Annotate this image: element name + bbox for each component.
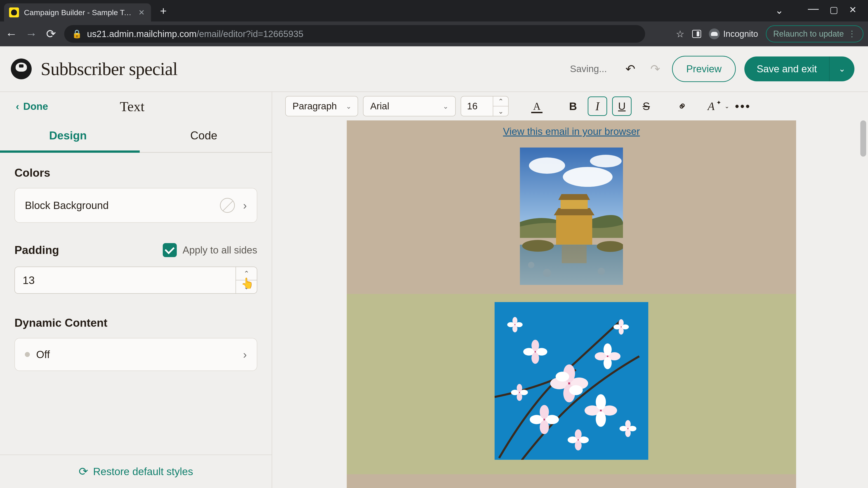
window-controls: ⌄ — ▢ ✕	[775, 4, 868, 17]
tab-code[interactable]: Code	[136, 119, 272, 152]
editor-pane: Paragraph ⌄ Arial ⌄ ⌃ ⌄ A	[272, 92, 868, 488]
svg-point-49	[619, 319, 624, 326]
svg-point-9	[597, 241, 623, 252]
svg-point-64	[625, 420, 631, 428]
svg-point-55	[513, 325, 518, 332]
lock-icon: 🔒	[72, 29, 82, 39]
incognito-badge[interactable]: Incognito	[709, 29, 758, 39]
browser-tab[interactable]: Campaign Builder - Sample Tem ✕	[4, 3, 151, 22]
italic-button[interactable]: I	[588, 96, 607, 116]
side-panel-icon[interactable]	[692, 30, 701, 38]
block-type-title: Text	[120, 98, 145, 115]
close-tab-icon[interactable]: ✕	[138, 8, 145, 17]
bookmark-star-icon[interactable]: ☆	[676, 29, 684, 39]
incognito-label: Incognito	[723, 29, 758, 39]
svg-point-54	[513, 317, 518, 324]
incognito-icon	[709, 29, 720, 39]
sidebar-panel: ‹ Done Text Design Code Colors Block Bac…	[0, 92, 272, 488]
svg-point-39	[596, 394, 606, 410]
tab-search-icon[interactable]: ⌄	[775, 4, 797, 17]
restore-default-styles-button[interactable]: ⟳ Restore default styles	[79, 465, 193, 478]
clear-formatting-button[interactable]: A✦⌄	[709, 96, 728, 116]
svg-point-8	[522, 240, 554, 252]
bold-button[interactable]: B	[563, 96, 583, 116]
padding-step-up[interactable]: ⌃	[236, 267, 257, 281]
font-size-field[interactable]	[461, 96, 493, 116]
flowers-image-placeholder	[495, 302, 648, 460]
insert-link-button[interactable]: ⚭	[673, 96, 692, 116]
chevron-left-icon: ‹	[16, 101, 19, 112]
redo-button[interactable]: ↷	[647, 62, 663, 76]
padding-section-title: Padding	[14, 243, 59, 257]
font-size-step-down[interactable]: ⌄	[493, 106, 508, 116]
url-text: us21.admin.mailchimp.com/email/editor?id…	[87, 29, 303, 39]
svg-point-40	[596, 412, 606, 427]
app-header: Subbscriber special Saving... ↶ ↷ Previe…	[0, 46, 868, 92]
padding-step-down[interactable]: ⌄	[236, 281, 257, 293]
underline-button[interactable]: U	[612, 96, 631, 116]
undo-button[interactable]: ↶	[622, 62, 639, 76]
block-background-label: Block Background	[25, 199, 109, 212]
strikethrough-button[interactable]: S	[637, 96, 656, 116]
svg-point-59	[575, 429, 582, 439]
campaign-title[interactable]: Subbscriber special	[41, 59, 178, 79]
sidebar-footer: ⟳ Restore default styles	[0, 455, 272, 488]
svg-rect-5	[561, 200, 588, 209]
maximize-icon[interactable]: ▢	[830, 4, 838, 17]
svg-point-25	[531, 352, 539, 364]
save-exit-button[interactable]: Save and exit	[744, 57, 829, 81]
chevron-down-icon: ⌄	[346, 102, 351, 110]
font-size-step-up[interactable]: ⌃	[493, 96, 508, 106]
svg-point-30	[603, 357, 612, 369]
svg-point-10	[528, 262, 534, 268]
svg-point-3	[590, 155, 622, 167]
saving-status: Saving...	[570, 64, 607, 74]
image-block-temple[interactable]	[520, 148, 623, 285]
olive-section	[347, 294, 796, 474]
sidebar-content: Colors Block Background › Padding Apply …	[0, 153, 272, 455]
color-underbar-icon	[531, 112, 542, 113]
svg-point-29	[603, 344, 612, 356]
url-field[interactable]: 🔒 us21.admin.mailchimp.com/email/editor?…	[64, 25, 645, 43]
colors-section-title: Colors	[14, 166, 257, 180]
new-tab-button[interactable]: +	[160, 4, 166, 18]
app-root: Subbscriber special Saving... ↶ ↷ Previe…	[0, 46, 868, 488]
close-window-icon[interactable]: ✕	[849, 4, 857, 17]
dynamic-content-row[interactable]: Off ›	[14, 338, 257, 371]
minimize-icon[interactable]: —	[808, 2, 819, 15]
relaunch-to-update-button[interactable]: Relaunch to update ⋮	[766, 25, 864, 42]
image-block-flowers[interactable]	[495, 302, 648, 460]
font-family-select[interactable]: Arial ⌄	[363, 96, 456, 116]
block-background-row[interactable]: Block Background ›	[14, 188, 257, 223]
address-bar: ← → ⟳ 🔒 us21.admin.mailchimp.com/email/e…	[0, 22, 868, 46]
mailchimp-favicon	[9, 7, 19, 18]
status-dot-icon	[25, 352, 30, 357]
paragraph-style-select[interactable]: Paragraph ⌄	[285, 96, 358, 116]
canvas-area: View this email in your browser	[272, 121, 868, 488]
mailchimp-logo[interactable]	[11, 59, 32, 79]
done-button[interactable]: ‹ Done	[16, 101, 48, 112]
font-size-input: ⌃ ⌄	[461, 96, 508, 116]
tab-design[interactable]: Design	[0, 119, 136, 152]
canvas-scrollbar[interactable]	[860, 121, 867, 488]
back-button[interactable]: ←	[4, 27, 18, 41]
save-dropdown-button[interactable]: ⌄	[829, 57, 855, 81]
chevron-right-icon: ›	[243, 199, 247, 212]
reload-button[interactable]: ⟳	[44, 27, 58, 41]
forward-button[interactable]: →	[24, 27, 38, 41]
svg-point-12	[598, 268, 605, 275]
svg-point-45	[517, 393, 522, 401]
apply-all-sides-checkbox[interactable]	[163, 243, 177, 257]
chevron-right-icon: ›	[243, 348, 247, 361]
email-body[interactable]: View this email in your browser	[347, 121, 796, 488]
temple-image-placeholder	[520, 148, 623, 285]
font-color-button[interactable]: A	[527, 96, 547, 116]
view-in-browser-link[interactable]: View this email in your browser	[503, 126, 640, 137]
preview-button[interactable]: Preview	[672, 56, 736, 82]
no-color-swatch-icon	[220, 198, 235, 213]
padding-input-row: ⌃ ⌄ 👆	[14, 267, 257, 294]
padding-input[interactable]	[15, 267, 236, 293]
scrollbar-thumb[interactable]	[860, 121, 866, 157]
svg-point-24	[531, 340, 539, 351]
more-options-button[interactable]: •••	[733, 96, 753, 116]
